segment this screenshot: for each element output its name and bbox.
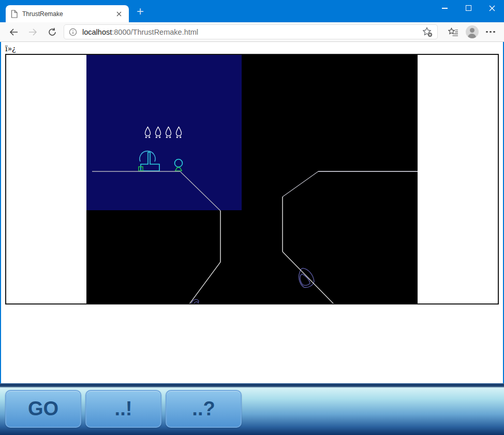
- room-area: [86, 55, 242, 210]
- close-icon: [489, 5, 495, 11]
- settings-menu-button[interactable]: [481, 24, 500, 40]
- minimize-button[interactable]: [433, 0, 456, 16]
- fire-button[interactable]: ..!: [85, 390, 161, 428]
- forward-arrow-icon: [28, 27, 38, 37]
- browser-tab[interactable]: ThrustRemake: [6, 5, 129, 22]
- close-button[interactable]: [480, 0, 504, 16]
- game-canvas[interactable]: [86, 55, 418, 303]
- ellipsis-icon: [486, 31, 495, 33]
- back-arrow-icon: [9, 27, 19, 37]
- profile-button[interactable]: [463, 24, 481, 40]
- new-tab-button[interactable]: +: [134, 5, 147, 18]
- browser-titlebar: ThrustRemake +: [0, 0, 504, 22]
- back-button[interactable]: [4, 24, 23, 40]
- page-favicon-icon: [11, 10, 18, 18]
- add-favorite-icon[interactable]: [422, 27, 433, 37]
- favorites-hub-icon: [448, 27, 458, 37]
- refresh-icon: [48, 27, 57, 37]
- maximize-icon: [466, 5, 471, 11]
- browser-navbar: localhost:8000/ThrustRemake.html: [0, 22, 504, 42]
- control-bar: GO ..! ..?: [0, 383, 504, 435]
- help-button[interactable]: ..?: [166, 390, 242, 428]
- address-bar[interactable]: localhost:8000/ThrustRemake.html: [64, 24, 438, 39]
- tab-title: ThrustRemake: [22, 10, 114, 18]
- game-frame: [5, 54, 499, 304]
- tab-close-icon[interactable]: [114, 9, 124, 19]
- avatar: [466, 25, 479, 38]
- site-info-icon[interactable]: [69, 28, 77, 36]
- page-content: ï»¿: [0, 42, 504, 383]
- favorites-hub-button[interactable]: [444, 24, 463, 40]
- go-button[interactable]: GO: [5, 390, 81, 428]
- url-path: :8000/ThrustRemake.html: [112, 28, 198, 36]
- url-host: localhost: [82, 28, 112, 36]
- bom-text: ï»¿: [5, 45, 499, 54]
- minimize-icon: [442, 8, 448, 9]
- forward-button[interactable]: [23, 24, 42, 40]
- maximize-button[interactable]: [456, 0, 480, 16]
- refresh-button[interactable]: [42, 24, 62, 40]
- url-text: localhost:8000/ThrustRemake.html: [82, 28, 422, 36]
